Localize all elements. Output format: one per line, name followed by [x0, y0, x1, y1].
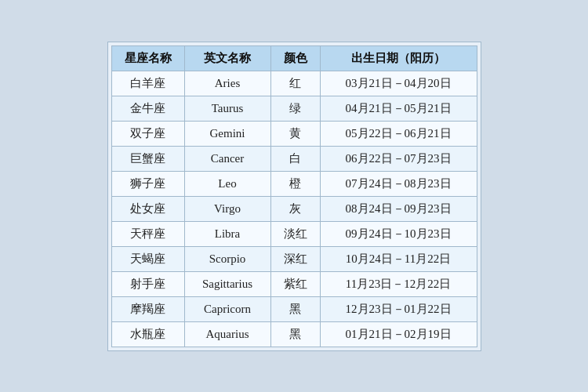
zodiac-table-container: 星座名称 英文名称 颜色 出生日期（阳历） 白羊座Aries红03月21日－04…: [107, 42, 481, 351]
cell-dates: 01月21日－02月19日: [320, 321, 477, 347]
header-dates: 出生日期（阳历）: [320, 45, 477, 71]
cell-english-name: Leo: [184, 171, 270, 196]
cell-chinese-name: 金牛座: [111, 96, 184, 121]
table-body: 白羊座Aries红03月21日－04月20日金牛座Taurus绿04月21日－0…: [111, 71, 477, 347]
cell-color: 灰: [270, 196, 320, 221]
cell-color: 黑: [270, 296, 320, 321]
cell-dates: 11月23日－12月22日: [320, 271, 477, 296]
cell-chinese-name: 射手座: [111, 271, 184, 296]
cell-color: 黑: [270, 321, 320, 347]
table-row: 处女座Virgo灰08月24日－09月23日: [111, 196, 477, 221]
zodiac-table: 星座名称 英文名称 颜色 出生日期（阳历） 白羊座Aries红03月21日－04…: [111, 45, 477, 347]
cell-chinese-name: 双子座: [111, 121, 184, 146]
cell-color: 紫红: [270, 271, 320, 296]
cell-dates: 10月24日－11月22日: [320, 246, 477, 271]
header-english-name: 英文名称: [184, 45, 270, 71]
cell-english-name: Taurus: [184, 96, 270, 121]
cell-chinese-name: 处女座: [111, 196, 184, 221]
cell-chinese-name: 天蝎座: [111, 246, 184, 271]
cell-english-name: Scorpio: [184, 246, 270, 271]
table-row: 金牛座Taurus绿04月21日－05月21日: [111, 96, 477, 121]
cell-color: 黄: [270, 121, 320, 146]
cell-dates: 05月22日－06月21日: [320, 121, 477, 146]
cell-chinese-name: 摩羯座: [111, 296, 184, 321]
table-row: 天秤座Libra淡红09月24日－10月23日: [111, 221, 477, 246]
cell-chinese-name: 天秤座: [111, 221, 184, 246]
cell-dates: 06月22日－07月23日: [320, 146, 477, 171]
cell-dates: 09月24日－10月23日: [320, 221, 477, 246]
cell-color: 橙: [270, 171, 320, 196]
table-row: 天蝎座Scorpio深红10月24日－11月22日: [111, 246, 477, 271]
cell-chinese-name: 巨蟹座: [111, 146, 184, 171]
cell-english-name: Cancer: [184, 146, 270, 171]
table-row: 射手座Sagittarius紫红11月23日－12月22日: [111, 271, 477, 296]
cell-color: 白: [270, 146, 320, 171]
cell-color: 深红: [270, 246, 320, 271]
cell-english-name: Aquarius: [184, 321, 270, 347]
cell-english-name: Libra: [184, 221, 270, 246]
table-row: 巨蟹座Cancer白06月22日－07月23日: [111, 146, 477, 171]
header-color: 颜色: [270, 45, 320, 71]
table-row: 摩羯座Capricorn黑12月23日－01月22日: [111, 296, 477, 321]
table-row: 双子座Gemini黄05月22日－06月21日: [111, 121, 477, 146]
cell-dates: 04月21日－05月21日: [320, 96, 477, 121]
cell-color: 淡红: [270, 221, 320, 246]
cell-dates: 03月21日－04月20日: [320, 71, 477, 96]
cell-chinese-name: 水瓶座: [111, 321, 184, 347]
cell-color: 红: [270, 71, 320, 96]
table-header-row: 星座名称 英文名称 颜色 出生日期（阳历）: [111, 45, 477, 71]
cell-english-name: Capricorn: [184, 296, 270, 321]
table-row: 水瓶座Aquarius黑01月21日－02月19日: [111, 321, 477, 347]
cell-color: 绿: [270, 96, 320, 121]
cell-english-name: Sagittarius: [184, 271, 270, 296]
table-row: 白羊座Aries红03月21日－04月20日: [111, 71, 477, 96]
cell-dates: 07月24日－08月23日: [320, 171, 477, 196]
cell-english-name: Aries: [184, 71, 270, 96]
cell-dates: 08月24日－09月23日: [320, 196, 477, 221]
cell-english-name: Virgo: [184, 196, 270, 221]
table-row: 狮子座Leo橙07月24日－08月23日: [111, 171, 477, 196]
cell-chinese-name: 狮子座: [111, 171, 184, 196]
cell-chinese-name: 白羊座: [111, 71, 184, 96]
header-chinese-name: 星座名称: [111, 45, 184, 71]
cell-dates: 12月23日－01月22日: [320, 296, 477, 321]
cell-english-name: Gemini: [184, 121, 270, 146]
